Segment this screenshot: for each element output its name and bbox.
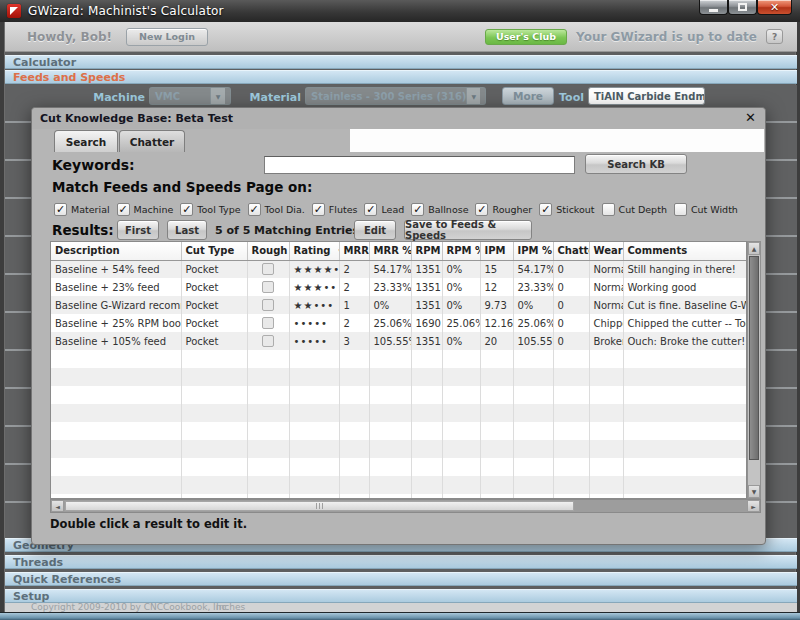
horizontal-scroll-thumb[interactable] — [65, 501, 574, 511]
col-chatter[interactable]: Chatter — [553, 242, 589, 260]
accordion-feeds-and-speeds[interactable]: Feeds and Speeds — [5, 70, 797, 84]
col-wear[interactable]: Wear — [589, 242, 623, 260]
accordion-quick-references[interactable]: Quick References — [5, 572, 797, 586]
checkbox-icon: ✓ — [539, 203, 552, 216]
edit-hint-text: Double click a result to edit it. — [50, 517, 247, 531]
filter-ballnose[interactable]: ✓Ballnose — [411, 203, 468, 216]
tool-label: Tool — [554, 91, 584, 104]
col-cut-type[interactable]: Cut Type — [181, 242, 247, 260]
minimize-button[interactable] — [699, 0, 728, 15]
col-comments[interactable]: Comments — [623, 242, 747, 260]
col-rpm[interactable]: RPM — [411, 242, 442, 260]
more-button[interactable]: More — [502, 87, 554, 105]
cut-knowledge-base-dialog: Cut Knowledge Base: Beta Test ✕ Search C… — [31, 107, 766, 545]
scroll-up-button[interactable]: ▲ — [748, 242, 760, 255]
checkbox-icon — [674, 203, 687, 216]
empty-row — [51, 404, 747, 422]
filter-cut-width[interactable]: Cut Width — [674, 203, 738, 216]
empty-row — [51, 386, 747, 404]
minimize-icon — [709, 9, 718, 12]
material-select[interactable]: Stainless - 300 Series (316) — [305, 87, 486, 105]
copyright-text: Copyright 2009-2010 by CNCCookbook, Inc. — [31, 603, 229, 612]
checkbox-icon: ✓ — [364, 203, 377, 216]
checkbox-icon: ✓ — [312, 203, 325, 216]
edit-button[interactable]: Edit — [354, 220, 396, 240]
col-mrr[interactable]: MRR — [339, 242, 369, 260]
machine-select[interactable]: VMC — [149, 87, 231, 105]
filter-flutes[interactable]: ✓Flutes — [312, 203, 358, 216]
col-rough[interactable]: Rough — [247, 242, 289, 260]
maximize-button[interactable] — [728, 0, 757, 15]
filter-machine[interactable]: ✓Machine — [117, 203, 174, 216]
close-window-button[interactable]: ✕ — [757, 0, 792, 15]
scroll-down-button[interactable]: ▼ — [748, 485, 760, 498]
col-ipm[interactable]: IPM — [480, 242, 513, 260]
checkbox-icon — [602, 203, 615, 216]
filter-tool-type[interactable]: ✓Tool Type — [180, 203, 240, 216]
tool-select[interactable]: TiAlN Carbide Endmill — [588, 87, 705, 105]
window-bottom-edge — [0, 612, 800, 620]
filter-rougher[interactable]: ✓Rougher — [475, 203, 532, 216]
rough-checkbox[interactable] — [262, 317, 274, 329]
dropdown-arrow-icon — [466, 88, 480, 104]
top-toolbar: Howdy, Bob! New Login User's Club Your G… — [5, 22, 797, 52]
first-button[interactable]: First — [117, 220, 159, 240]
table-row[interactable]: Baseline + 25% RPM boostPocket ••••• 225… — [51, 314, 747, 332]
keywords-input[interactable] — [264, 156, 575, 174]
empty-row — [51, 422, 747, 440]
window-title: GWizard: Machinist's Calculator — [28, 4, 224, 18]
accordion-setup[interactable]: Setup — [5, 589, 797, 603]
accordion-threads[interactable]: Threads — [5, 555, 797, 569]
filter-cut-depth[interactable]: Cut Depth — [602, 203, 667, 216]
scroll-right-button[interactable]: ► — [747, 500, 760, 512]
col-ipm-pct[interactable]: IPM % — [513, 242, 553, 260]
rating-stars: ••••• — [289, 314, 339, 332]
filter-lead[interactable]: ✓Lead — [364, 203, 404, 216]
checkbox-icon: ✓ — [117, 203, 130, 216]
keywords-label: Keywords: — [52, 157, 135, 173]
table-header-row: Description Cut Type Rough Rating▼ MRR M… — [51, 242, 747, 260]
tab-strip-filler — [350, 129, 764, 152]
status-bar: Copyright 2009-2010 by CNCCookbook, Inc.… — [5, 603, 797, 612]
help-button[interactable]: ? — [766, 29, 783, 44]
tab-search[interactable]: Search — [54, 130, 118, 152]
filter-tool-dia[interactable]: ✓Tool Dia. — [248, 203, 305, 216]
rating-stars: ★★••• — [289, 296, 339, 314]
tab-chatter[interactable]: Chatter — [119, 130, 185, 152]
table-row[interactable]: Baseline + 23% feedPocket ★★★•• 223.33% … — [51, 278, 747, 296]
checkbox-icon: ✓ — [248, 203, 261, 216]
search-kb-button[interactable]: Search KB — [585, 154, 687, 174]
table-horizontal-scrollbar[interactable]: ◄ ► — [50, 499, 761, 513]
col-rpm-pct[interactable]: RPM % — [442, 242, 480, 260]
filter-material[interactable]: ✓Material — [54, 203, 110, 216]
table-row[interactable]: Baseline G-Wizard recommendationPocket ★… — [51, 296, 747, 314]
dialog-close-button[interactable]: ✕ — [745, 110, 756, 126]
checkbox-icon: ✓ — [54, 203, 67, 216]
checkbox-icon: ✓ — [180, 203, 193, 216]
col-mrr-pct[interactable]: MRR % — [369, 242, 411, 260]
rough-checkbox[interactable] — [262, 335, 274, 347]
users-club-button[interactable]: User's Club — [485, 29, 567, 45]
checkbox-icon: ✓ — [475, 203, 488, 216]
table-row[interactable]: Baseline + 54% feedPocket ★★★★• 254.17% … — [51, 260, 747, 278]
col-rating[interactable]: Rating▼ — [289, 242, 339, 260]
col-description[interactable]: Description — [51, 242, 181, 260]
rough-checkbox[interactable] — [262, 263, 274, 275]
material-label: Material — [237, 91, 301, 104]
empty-row — [51, 368, 747, 386]
accordion-calculator[interactable]: Calculator — [5, 55, 797, 69]
last-button[interactable]: Last — [167, 220, 207, 240]
empty-row — [51, 476, 747, 494]
save-to-feeds-speeds-button[interactable]: Save to Feeds & Speeds — [404, 220, 532, 240]
table-vertical-scrollbar[interactable]: ▲ ▼ — [747, 241, 761, 499]
table-row[interactable]: Baseline + 105% feedPocket ••••• 3105.55… — [51, 332, 747, 350]
rough-checkbox[interactable] — [262, 299, 274, 311]
vertical-scroll-thumb[interactable] — [749, 256, 759, 460]
rating-stars: ••••• — [289, 332, 339, 350]
scroll-left-button[interactable]: ◄ — [51, 500, 64, 512]
filter-stickout[interactable]: ✓Stickout — [539, 203, 594, 216]
rough-checkbox[interactable] — [262, 281, 274, 293]
new-login-button[interactable]: New Login — [126, 28, 208, 46]
results-table: Description Cut Type Rough Rating▼ MRR M… — [50, 241, 747, 499]
filter-checkbox-row: ✓Material ✓Machine ✓Tool Type ✓Tool Dia.… — [54, 201, 738, 217]
